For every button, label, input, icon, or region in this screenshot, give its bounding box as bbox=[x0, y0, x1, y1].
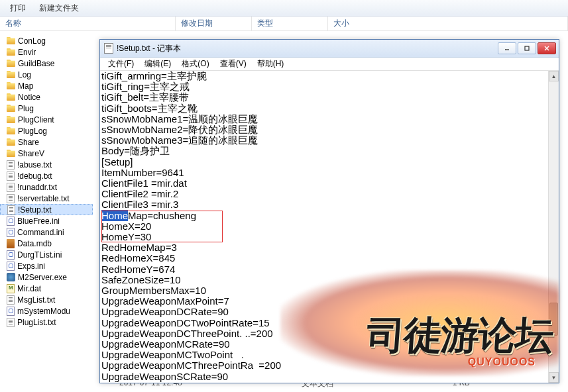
file-name: PlugLog bbox=[18, 126, 47, 136]
scroll-up-icon[interactable]: ▲ bbox=[549, 71, 559, 81]
file-row[interactable]: M2Server.exe bbox=[0, 271, 93, 283]
file-row[interactable]: BlueFree.ini bbox=[0, 215, 93, 226]
selection: Home bbox=[101, 210, 128, 221]
txt-icon bbox=[7, 160, 15, 170]
file-name: DurgTList.ini bbox=[17, 250, 62, 260]
menu-edit[interactable]: 编辑(E) bbox=[141, 57, 175, 71]
file-name: !runaddr.txt bbox=[17, 183, 57, 192]
file-name: Envir bbox=[18, 48, 36, 57]
file-name: Share bbox=[18, 138, 39, 147]
ini-icon bbox=[7, 217, 15, 226]
file-row[interactable]: Map bbox=[0, 80, 93, 91]
file-name: M2Server.exe bbox=[18, 273, 67, 282]
col-name[interactable]: 名称 bbox=[0, 17, 176, 30]
title-bar[interactable]: !Setup.txt - 记事本 bbox=[100, 40, 559, 58]
txt-icon bbox=[7, 172, 15, 181]
folder-icon bbox=[7, 127, 15, 134]
file-row[interactable]: Mir.dat bbox=[0, 283, 93, 294]
file-name: MsgList.txt bbox=[17, 295, 55, 305]
file-row[interactable]: Exps.ini bbox=[0, 260, 93, 271]
file-row[interactable]: Plug bbox=[0, 103, 93, 114]
col-date[interactable]: 修改日期 bbox=[176, 17, 252, 30]
file-row[interactable]: !runaddr.txt bbox=[0, 181, 93, 193]
folder-icon bbox=[7, 93, 15, 101]
file-row[interactable]: !abuse.txt bbox=[0, 159, 93, 170]
file-name: Exps.ini bbox=[17, 262, 45, 271]
file-row[interactable]: mSystemModu bbox=[0, 305, 93, 317]
notepad-window: !Setup.txt - 记事本 文件(F) 编辑(E) 格式(O) 查看(V)… bbox=[99, 39, 559, 383]
ini-icon bbox=[7, 250, 15, 260]
file-name: mSystemModu bbox=[17, 307, 70, 316]
close-button[interactable] bbox=[538, 42, 556, 54]
file-row[interactable]: DurgTList.ini bbox=[0, 249, 93, 260]
folder-icon bbox=[7, 150, 15, 157]
txt-icon bbox=[7, 183, 15, 192]
txt-icon bbox=[7, 295, 15, 305]
folder-icon bbox=[7, 48, 15, 56]
file-name: ShareV bbox=[18, 149, 44, 158]
menu-format[interactable]: 格式(O) bbox=[178, 57, 213, 71]
file-name: PlugClient bbox=[18, 115, 54, 124]
window-controls bbox=[498, 42, 559, 54]
text-area-container: tiGift_armring=主宰护腕 tiGift_ring=主宰之戒 tiG… bbox=[100, 71, 559, 383]
folder-icon bbox=[7, 82, 15, 89]
file-row[interactable]: ConLog bbox=[0, 35, 93, 46]
file-row[interactable]: MsgList.txt bbox=[0, 294, 93, 305]
explorer-toolbar: 打印 新建文件夹 bbox=[0, 0, 568, 17]
file-row[interactable]: PlugList.txt bbox=[0, 317, 93, 328]
folder-icon bbox=[7, 105, 15, 112]
file-row[interactable]: Data.mdb bbox=[0, 238, 93, 249]
scroll-thumb[interactable] bbox=[549, 303, 558, 336]
col-size[interactable]: 大小 bbox=[328, 17, 568, 30]
folder-icon bbox=[7, 37, 15, 44]
txt-icon bbox=[7, 205, 15, 215]
file-row[interactable]: Command.ini bbox=[0, 226, 93, 238]
toolbar-print[interactable]: 打印 bbox=[10, 3, 26, 14]
column-header: 名称 修改日期 类型 大小 bbox=[0, 17, 568, 31]
file-name: !servertable.txt bbox=[17, 194, 70, 203]
file-row[interactable]: Notice bbox=[0, 91, 93, 103]
file-row[interactable]: GuildBase bbox=[0, 58, 93, 69]
col-type[interactable]: 类型 bbox=[252, 17, 328, 30]
txt-icon bbox=[7, 318, 15, 327]
toolbar-new-folder[interactable]: 新建文件夹 bbox=[39, 3, 79, 14]
file-name: BlueFree.ini bbox=[17, 217, 60, 226]
txt-icon bbox=[7, 194, 15, 203]
file-name: Plug bbox=[18, 104, 34, 113]
file-row[interactable]: !Setup.txt bbox=[0, 204, 93, 215]
file-name: Notice bbox=[18, 93, 40, 102]
file-row[interactable]: PlugClient bbox=[0, 114, 93, 125]
text-area[interactable]: tiGift_armring=主宰护腕 tiGift_ring=主宰之戒 tiG… bbox=[100, 71, 548, 383]
file-name: ConLog bbox=[18, 36, 46, 46]
menu-file[interactable]: 文件(F) bbox=[104, 57, 138, 71]
file-name: Log bbox=[18, 70, 31, 79]
mdb-icon bbox=[7, 239, 15, 248]
exe-icon bbox=[7, 273, 15, 281]
ini-icon bbox=[7, 262, 15, 271]
folder-icon bbox=[7, 71, 15, 78]
file-row[interactable]: Log bbox=[0, 69, 93, 80]
file-list: ConLogEnvirGuildBaseLogMapNoticePlugPlug… bbox=[0, 31, 93, 328]
folder-icon bbox=[7, 116, 15, 123]
folder-icon bbox=[7, 138, 15, 146]
scroll-down-icon[interactable]: ▼ bbox=[549, 372, 559, 383]
file-row[interactable]: !debug.txt bbox=[0, 170, 93, 181]
file-row[interactable]: PlugLog bbox=[0, 125, 93, 136]
ini-icon bbox=[7, 228, 15, 237]
scrollbar[interactable]: ▲ ▼ bbox=[548, 71, 559, 383]
file-row[interactable]: ShareV bbox=[0, 148, 93, 159]
file-name: !debug.txt bbox=[17, 172, 52, 181]
maximize-button[interactable] bbox=[518, 42, 536, 54]
menu-view[interactable]: 查看(V) bbox=[216, 57, 251, 71]
file-row[interactable]: Envir bbox=[0, 46, 93, 58]
file-name: !Setup.txt bbox=[18, 205, 52, 215]
menu-help[interactable]: 帮助(H) bbox=[253, 57, 288, 71]
folder-icon bbox=[7, 60, 15, 67]
minimize-button[interactable] bbox=[498, 42, 516, 54]
file-name: Data.mdb bbox=[17, 239, 52, 248]
file-name: GuildBase bbox=[18, 59, 54, 68]
ini-icon bbox=[7, 307, 15, 316]
file-row[interactable]: Share bbox=[0, 136, 93, 148]
file-name: Mir.dat bbox=[17, 284, 41, 293]
file-row[interactable]: !servertable.txt bbox=[0, 193, 93, 204]
